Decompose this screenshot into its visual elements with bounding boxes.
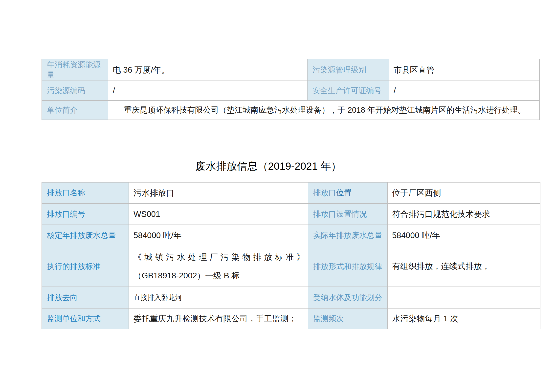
field-label-safety-license-no: 安全生产许可证编号 <box>307 81 389 101</box>
field-value-annual-energy: 电 36 万度/年。 <box>108 59 307 81</box>
field-label-outlet-setup: 排放口设置情况 <box>308 204 387 225</box>
table-row: 排放口名称 污水排放口 排放口位置 位于厂区西侧 <box>42 182 540 204</box>
field-label-discharge-destination: 排放去向 <box>42 287 129 308</box>
field-label-approved-discharge: 核定年排放废水总量 <box>42 225 129 246</box>
field-label-annual-energy: 年消耗资源能源量 <box>42 59 108 81</box>
document-page: 年消耗资源能源量 电 36 万度/年。 污染源管理级别 市县区直管 污染源编码 … <box>0 0 555 392</box>
field-label-monitoring-frequency: 监测频次 <box>308 308 387 329</box>
field-value-actual-discharge: 584000 吨/年 <box>387 225 540 246</box>
field-value-company-profile: 重庆昆顶环保科技有限公司（垫江城南应急污水处理设备），于 2018 年开始对垫江… <box>108 101 539 120</box>
field-value-discharge-form: 有组织排放，连续式排放， <box>387 246 540 287</box>
section-title: 废水排放信息（2019-2021 年） <box>42 159 540 173</box>
discharge-standard-line2: （GB18918-2002）一级 B 标 <box>133 270 308 281</box>
field-value-approved-discharge: 584000 吨/年 <box>129 225 308 246</box>
table-row: 年消耗资源能源量 电 36 万度/年。 污染源管理级别 市县区直管 <box>42 59 539 81</box>
field-label-outlet-name: 排放口名称 <box>42 182 129 204</box>
field-value-outlet-setup: 符合排污口规范化技术要求 <box>387 204 540 225</box>
field-value-management-level: 市县区直管 <box>389 59 539 81</box>
field-value-safety-license-no: / <box>389 81 539 101</box>
table-row: 污染源编码 / 安全生产许可证编号 / <box>42 81 539 101</box>
table-row: 排放口编号 WS001 排放口设置情况 符合排污口规范化技术要求 <box>42 204 540 225</box>
table-row: 执行的排放标准 《城镇污水处理厂污染物排放标准》 （GB18918-2002）一… <box>42 246 540 287</box>
field-value-outlet-name: 污水排放口 <box>129 182 308 204</box>
table-row: 核定年排放废水总量 584000 吨/年 实际年排放废水总量 584000 吨/… <box>42 225 540 246</box>
wastewater-discharge-table: 排放口名称 污水排放口 排放口位置 位于厂区西侧 排放口编号 WS001 排放口… <box>42 182 540 329</box>
field-label-management-level: 污染源管理级别 <box>307 59 389 81</box>
field-label-monitoring-unit: 监测单位和方式 <box>42 308 129 329</box>
field-value-discharge-destination: 直接排入卧龙河 <box>129 287 308 308</box>
field-label-company-profile: 单位简介 <box>42 101 108 120</box>
company-info-table: 年消耗资源能源量 电 36 万度/年。 污染源管理级别 市县区直管 污染源编码 … <box>42 59 540 120</box>
field-label-actual-discharge: 实际年排放废水总量 <box>308 225 387 246</box>
discharge-standard-line1: 《城镇污水处理厂污染物排放标准》 <box>133 252 308 263</box>
table-row: 监测单位和方式 委托重庆九升检测技术有限公司，手工监测； 监测频次 水污染物每月… <box>42 308 540 329</box>
field-label-outlet-location: 排放口位置 <box>308 182 387 204</box>
field-value-monitoring-frequency: 水污染物每月 1 次 <box>387 308 540 329</box>
field-value-receiving-water <box>387 287 540 308</box>
field-value-pollution-source-code: / <box>108 81 307 101</box>
field-label-discharge-standard: 执行的排放标准 <box>42 246 129 287</box>
field-value-outlet-location: 位于厂区西侧 <box>387 182 540 204</box>
field-value-monitoring-unit: 委托重庆九升检测技术有限公司，手工监测； <box>129 308 308 329</box>
field-value-discharge-standard: 《城镇污水处理厂污染物排放标准》 （GB18918-2002）一级 B 标 <box>129 246 308 287</box>
field-label-outlet-location-dark: 位置 <box>336 188 352 197</box>
field-label-receiving-water: 受纳水体及功能划分 <box>308 287 387 308</box>
field-label-outlet-location-light: 排放口 <box>313 188 336 197</box>
field-label-discharge-form: 排放形式和排放规律 <box>308 246 387 287</box>
field-value-outlet-number: WS001 <box>129 204 308 225</box>
table-row: 排放去向 直接排入卧龙河 受纳水体及功能划分 <box>42 287 540 308</box>
field-label-outlet-number: 排放口编号 <box>42 204 129 225</box>
field-label-pollution-source-code: 污染源编码 <box>42 81 108 101</box>
table-row: 单位简介 重庆昆顶环保科技有限公司（垫江城南应急污水处理设备），于 2018 年… <box>42 101 539 120</box>
